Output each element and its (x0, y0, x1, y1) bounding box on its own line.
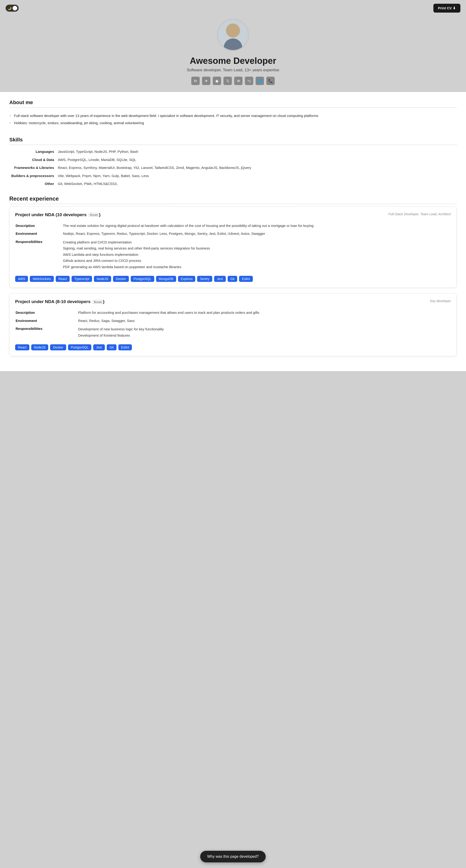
responsibility-item: Github actions and JIRA connect to CI/CD… (63, 258, 448, 264)
tech-tag: NodeJS (94, 276, 111, 282)
tech-tag: Eslint (239, 276, 253, 282)
scrum-badge: Scrum (93, 300, 103, 304)
bottom-bar: Why was this page developed? (200, 851, 266, 862)
avatar-head (226, 24, 240, 37)
responsibility-item: Development of frontend features (78, 333, 448, 339)
print-cv-button[interactable]: Print CV ⬇ (433, 4, 460, 12)
about-item-1: Full-stack software developer with over … (9, 112, 457, 120)
description-value: Platform for accounting and purchases ma… (78, 309, 451, 317)
skill-value: React, Express, Symfony, MaterialUI, Boo… (56, 164, 457, 172)
project-role: Key developer (430, 299, 451, 303)
tech-tag: Sentry (197, 276, 212, 282)
github-icon[interactable]: ⌥ (245, 76, 253, 85)
project-title: Project under NDA (10 developers Scrum) (15, 212, 100, 217)
tech-tag: Git (228, 276, 238, 282)
project-details-table: Description The real estate solution for… (15, 221, 451, 272)
description-label: Description (15, 222, 62, 230)
skill-label: Other (9, 180, 56, 188)
responsibility-item: Signing, mail sending, real living servi… (63, 245, 448, 252)
project-title: Project under NDA (8-10 developers Scrum… (15, 299, 104, 304)
tech-tag: WebSockets (30, 276, 54, 282)
email-icon[interactable]: ✉ (234, 76, 243, 85)
tech-tag: PostgreSQL (68, 344, 91, 350)
hero-subtitle: Software developer, Team Lead, 13+ years… (187, 68, 279, 72)
about-section: About me Full-stack software developer w… (9, 99, 457, 129)
hero-name: Awesome Developer (190, 56, 276, 66)
scrum-badge: Scrum (89, 213, 99, 217)
tags-row: ReactNodeJSDockerPostgreSQLJestGitEslint (15, 344, 451, 350)
project-details-table: Description Platform for accounting and … (15, 308, 451, 340)
skill-value: Vite, Webpack, Pnpm, Npm, Yarn, Gulp, Ba… (56, 172, 457, 180)
responsibilities-list: Creating platform and CI/CD implementati… (63, 239, 448, 270)
hero-section: Awesome Developer Software developer, Te… (0, 16, 466, 92)
description-row: Description Platform for accounting and … (15, 309, 451, 317)
tech-tag: Typescript (71, 276, 92, 282)
top-bar: 🌙 Print CV ⬇ (0, 0, 466, 16)
tags-row: AWSWebSocketsReactTypescriptNodeJSDocker… (15, 276, 451, 282)
tech-tag: AWS (15, 276, 28, 282)
skill-row: Builders & preprocessors Vite, Webpack, … (9, 172, 457, 180)
responsibility-item: PDF generating as AWS lambda based on pu… (63, 264, 448, 270)
environment-row: Environment React, Redux, Saga, Swagger,… (15, 317, 451, 325)
tech-tag: React (15, 344, 29, 350)
responsibilities-label: Responsibilities (15, 238, 62, 271)
skills-title: Skills (9, 137, 457, 145)
moon-icon: 🌙 (7, 6, 11, 10)
environment-label: Environment (15, 317, 77, 325)
project-header: Project under NDA (8-10 developers Scrum… (15, 299, 451, 304)
environment-value: Nodejs, React, Express, Typeorm, Redux, … (63, 230, 451, 238)
tech-tag: React (56, 276, 70, 282)
skill-row: Languages JavaScript, TypeScript, NodeJS… (9, 148, 457, 156)
skills-section: Skills Languages JavaScript, TypeScript,… (9, 137, 457, 188)
description-label: Description (15, 309, 77, 317)
tech-tag: Express (178, 276, 195, 282)
toggle-circle (12, 6, 17, 10)
about-list: Full-stack software developer with over … (9, 110, 457, 129)
responsibilities-row: Responsibilities Creating platform and C… (15, 238, 451, 271)
telegram-icon[interactable]: ✈ (202, 76, 210, 85)
skill-label: Frameworks & Libraries (9, 164, 56, 172)
tech-tag: NodeJS (31, 344, 49, 350)
phone-icon[interactable]: 📞 (266, 76, 275, 85)
skills-table: Languages JavaScript, TypeScript, NodeJS… (9, 148, 457, 188)
skill-label: Cloud & Data (9, 156, 56, 164)
responsibilities-list: Development of new business logic for ke… (78, 326, 448, 339)
theme-toggle[interactable]: 🌙 (6, 5, 19, 12)
tech-tag: PostgreSQL (131, 276, 154, 282)
environment-row: Environment Nodejs, React, Express, Type… (15, 230, 451, 238)
tech-tag: Git (107, 344, 117, 350)
environment-label: Environment (15, 230, 62, 238)
about-title: About me (9, 99, 457, 107)
project-header: Project under NDA (10 developers Scrum) … (15, 212, 451, 217)
description-row: Description The real estate solution for… (15, 222, 451, 230)
responsibilities-value: Development of new business logic for ke… (78, 325, 451, 340)
skill-value: AWS, PostgreSQL, Linode, MariaDB, SQLite… (56, 156, 457, 164)
project-card: Project under NDA (8-10 developers Scrum… (9, 293, 457, 356)
avatar-body (224, 38, 242, 50)
tech-tag: Jest (93, 344, 105, 350)
responsibility-item: Creating platform and CI/CD implementati… (63, 239, 448, 246)
project-role: Full-Stack Developer, Team Lead, Archite… (389, 212, 451, 216)
description-value: The real estate solution for signing dig… (63, 222, 451, 230)
tech-tag: Docker (113, 276, 129, 282)
main-content: About me Full-stack software developer w… (0, 92, 466, 371)
about-item-2: Hobbies: motorcycle, enduro, snowboardin… (9, 120, 457, 127)
tech-tag: Jest (214, 276, 226, 282)
responsibility-item: AWS Lambda and step functions implementa… (63, 252, 448, 258)
project-card: Project under NDA (10 developers Scrum) … (9, 207, 457, 288)
linkedin-icon[interactable]: in (191, 76, 200, 85)
avatar (217, 19, 249, 51)
responsibilities-label: Responsibilities (15, 325, 77, 340)
website-icon[interactable]: 🌐 (256, 76, 264, 85)
skill-label: Builders & preprocessors (9, 172, 56, 180)
experience-section: Recent experience Project under NDA (10 … (9, 195, 457, 356)
why-button[interactable]: Why was this page developed? (200, 851, 266, 862)
tech-tag: MongoDB (156, 276, 176, 282)
twitter-icon[interactable]: 𝕏 (223, 76, 232, 85)
skill-row: Frameworks & Libraries React, Express, S… (9, 164, 457, 172)
instagram-icon[interactable]: ◉ (213, 76, 221, 85)
skill-label: Languages (9, 148, 56, 156)
tech-tag: Eslint (118, 344, 132, 350)
experience-title: Recent experience (9, 195, 457, 204)
responsibility-item: Development of new business logic for ke… (78, 326, 448, 333)
